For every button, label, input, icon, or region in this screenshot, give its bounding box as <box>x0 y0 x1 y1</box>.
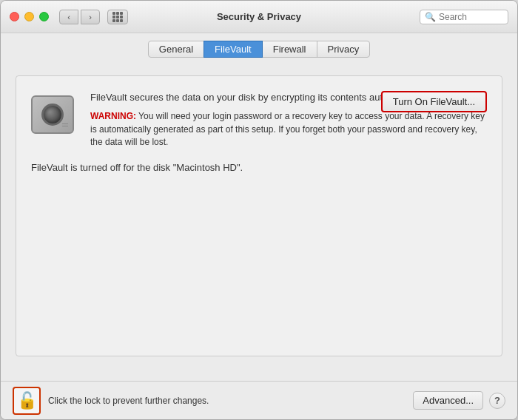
tab-firewall[interactable]: Firewall <box>262 41 317 58</box>
hdd-lens <box>41 104 64 126</box>
lock-icon: 🔓 <box>17 391 37 410</box>
titlebar: ‹ › Security & Privacy 🔍 <box>1 1 517 33</box>
help-button[interactable]: ? <box>489 393 505 409</box>
filevault-status: FileVault is turned off for the disk "Ma… <box>31 162 487 173</box>
tab-general[interactable]: General <box>148 41 204 58</box>
bottom-bar: 🔓 Click the lock to prevent further chan… <box>1 381 517 419</box>
lock-button[interactable]: 🔓 <box>13 387 41 415</box>
hdd-detail <box>62 123 68 126</box>
main-window: ‹ › Security & Privacy 🔍 General FileVau… <box>0 0 518 420</box>
warning-text: WARNING: You will need your login passwo… <box>90 110 487 149</box>
warning-body: You will need your login password or a r… <box>90 111 485 147</box>
tab-privacy[interactable]: Privacy <box>317 41 371 58</box>
search-icon: 🔍 <box>425 12 436 22</box>
content-panel: Turn On FileVault... FileVault secures <box>16 75 502 356</box>
lock-label: Click the lock to prevent further change… <box>48 396 406 406</box>
search-bar[interactable]: 🔍 <box>420 10 508 24</box>
back-button[interactable]: ‹ <box>59 10 78 24</box>
filevault-icon <box>31 91 78 138</box>
forward-button[interactable]: › <box>81 10 100 24</box>
close-button[interactable] <box>10 12 19 21</box>
nav-buttons: ‹ › <box>59 10 100 24</box>
advanced-button[interactable]: Advanced... <box>413 391 483 410</box>
tab-bar: General FileVault Firewall Privacy <box>1 33 517 64</box>
tab-filevault[interactable]: FileVault <box>204 41 263 58</box>
grid-button[interactable] <box>107 10 128 24</box>
maximize-button[interactable] <box>39 12 49 21</box>
warning-label: WARNING: <box>90 111 136 121</box>
bottom-right-controls: Advanced... ? <box>413 391 505 410</box>
grid-icon <box>112 12 123 22</box>
window-title: Security & Privacy <box>217 11 301 22</box>
search-input[interactable] <box>439 12 503 22</box>
hdd-body <box>31 95 74 134</box>
minimize-button[interactable] <box>24 12 34 21</box>
traffic-lights <box>10 12 49 21</box>
content-area: Turn On FileVault... FileVault secures <box>1 64 517 381</box>
turn-on-filevault-button[interactable]: Turn On FileVault... <box>381 91 487 112</box>
